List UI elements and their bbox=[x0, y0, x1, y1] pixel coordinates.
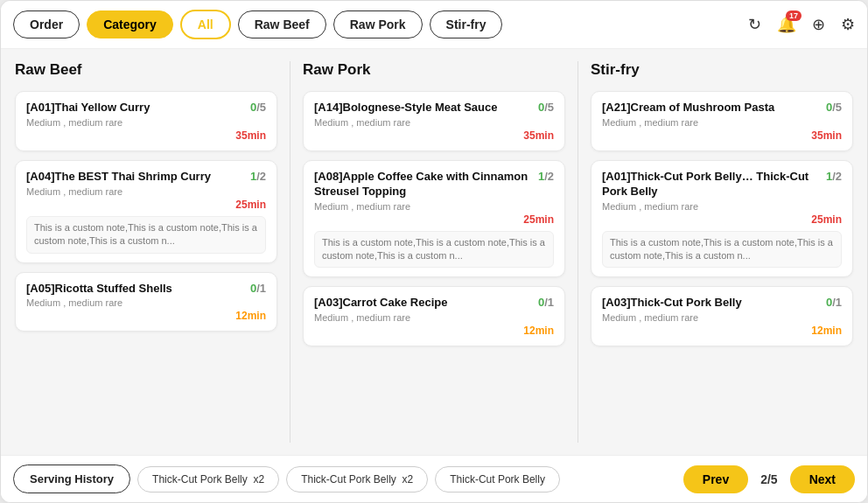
refresh-button[interactable]: ↻ bbox=[748, 15, 761, 34]
app-container: Order Category All Raw Beef Raw Pork Sti… bbox=[0, 0, 868, 503]
card-a14-rawpork: [A14]Bolognese-Style Meat Sauce 0/5 Medi… bbox=[303, 91, 565, 151]
footer-bar: Serving History Thick-Cut Pork Belly x2 … bbox=[1, 455, 867, 502]
main-content: Raw Beef [A01]Thai Yellow Curry 0/5 Medi… bbox=[1, 49, 867, 455]
card-a04-count: 1/2 bbox=[250, 170, 266, 183]
card-a05-time: 12min bbox=[26, 310, 266, 322]
card-a01sf-name: [A01]Thick-Cut Pork Belly… Thick-Cut Por… bbox=[602, 170, 819, 199]
card-a01sf-top: [A01]Thick-Cut Pork Belly… Thick-Cut Por… bbox=[602, 170, 842, 199]
card-a14-name: [A14]Bolognese-Style Meat Sauce bbox=[314, 101, 531, 115]
nav-icons: ↻ 🔔 17 ⊕ ⚙ bbox=[748, 15, 855, 34]
card-a04-rawbeef: [A04]The BEST Thai Shrimp Curry 1/2 Medi… bbox=[15, 160, 277, 263]
card-a01sf-note: This is a custom note,This is a custom n… bbox=[602, 231, 842, 269]
card-a04-sub: Medium , medium rare bbox=[26, 186, 266, 197]
card-a08-count: 1/2 bbox=[538, 170, 554, 183]
divider-2 bbox=[578, 61, 578, 443]
card-a03-name: [A03]Carrot Cake Recipe bbox=[314, 296, 531, 311]
col-stirfry-title: Stir-fry bbox=[591, 61, 853, 79]
card-a14-top: [A14]Bolognese-Style Meat Sauce 0/5 bbox=[314, 101, 554, 115]
card-a14-time: 35min bbox=[314, 129, 554, 142]
card-a01sf-count: 1/2 bbox=[826, 170, 842, 183]
order-button[interactable]: Order bbox=[13, 10, 80, 38]
card-a04-time: 25min bbox=[26, 199, 266, 211]
card-a21-name: [A21]Cream of Mushroom Pasta bbox=[602, 101, 819, 115]
refresh-icon: ↻ bbox=[748, 15, 761, 34]
card-a03-count: 0/1 bbox=[538, 296, 554, 309]
card-a04-name: [A04]The BEST Thai Shrimp Curry bbox=[26, 170, 243, 185]
card-a05-rawbeef: [A05]Ricotta Stuffed Shells 0/1 Medium ,… bbox=[15, 272, 277, 332]
settings-icon: ⚙ bbox=[841, 15, 855, 34]
card-a01-name: [A01]Thai Yellow Curry bbox=[26, 101, 243, 115]
card-a08-top: [A08]Apple Coffee Cake with Cinnamon Str… bbox=[314, 170, 554, 199]
card-a05-sub: Medium , medium rare bbox=[26, 297, 266, 308]
col-stirfry: Stir-fry [A21]Cream of Mushroom Pasta 0/… bbox=[582, 61, 853, 443]
card-a03sf-top: [A03]Thick-Cut Pork Belly 0/1 bbox=[602, 296, 842, 311]
card-a01-top: [A01]Thai Yellow Curry 0/5 bbox=[26, 101, 266, 115]
card-a01-stirfry: [A01]Thick-Cut Pork Belly… Thick-Cut Por… bbox=[591, 160, 853, 278]
card-a01-time: 35min bbox=[26, 129, 266, 142]
card-a08-note: This is a custom note,This is a custom n… bbox=[314, 231, 554, 269]
card-a03-rawpork: [A03]Carrot Cake Recipe 0/1 Medium , med… bbox=[303, 286, 565, 346]
page-indicator: 2/5 bbox=[755, 472, 782, 486]
card-a21-sub: Medium , medium rare bbox=[602, 117, 842, 128]
card-a01sf-sub: Medium , medium rare bbox=[602, 201, 842, 212]
col-rawpork-title: Raw Pork bbox=[303, 61, 565, 79]
notification-button[interactable]: 🔔 17 bbox=[777, 15, 796, 34]
card-a03-stirfry: [A03]Thick-Cut Pork Belly 0/1 Medium , m… bbox=[591, 286, 853, 346]
card-a04-top: [A04]The BEST Thai Shrimp Curry 1/2 bbox=[26, 170, 266, 185]
card-a03-time: 12min bbox=[314, 325, 554, 337]
card-a04-note: This is a custom note,This is a custom n… bbox=[26, 216, 266, 254]
card-a08-name: [A08]Apple Coffee Cake with Cinnamon Str… bbox=[314, 170, 531, 199]
footer-item3-name: Thick-Cut Pork Belly bbox=[450, 473, 545, 486]
col-rawbeef-title: Raw Beef bbox=[15, 61, 277, 79]
card-a01-count: 0/5 bbox=[250, 101, 266, 114]
card-a14-sub: Medium , medium rare bbox=[314, 117, 554, 128]
footer-item1: Thick-Cut Pork Belly x2 bbox=[137, 466, 279, 493]
card-a03-top: [A03]Carrot Cake Recipe 0/1 bbox=[314, 296, 554, 311]
next-button[interactable]: Next bbox=[790, 465, 855, 493]
card-a05-top: [A05]Ricotta Stuffed Shells 0/1 bbox=[26, 282, 266, 297]
rawbeef-button[interactable]: Raw Beef bbox=[238, 10, 326, 38]
col-rawpork: Raw Pork [A14]Bolognese-Style Meat Sauce… bbox=[294, 61, 574, 443]
card-a21-top: [A21]Cream of Mushroom Pasta 0/5 bbox=[602, 101, 842, 115]
footer-item1-name: Thick-Cut Pork Belly bbox=[152, 473, 248, 486]
divider-1 bbox=[290, 61, 290, 443]
col-rawbeef: Raw Beef [A01]Thai Yellow Curry 0/5 Medi… bbox=[15, 61, 286, 443]
footer-item2-name: Thick-Cut Pork Belly bbox=[301, 473, 396, 486]
card-a05-name: [A05]Ricotta Stuffed Shells bbox=[26, 282, 243, 297]
serving-history-button[interactable]: Serving History bbox=[13, 465, 130, 493]
stirfry-button[interactable]: Stir-fry bbox=[430, 10, 503, 38]
card-a03sf-count: 0/1 bbox=[826, 296, 842, 309]
footer-item2-qty: x2 bbox=[402, 473, 414, 486]
nav-bar: Order Category All Raw Beef Raw Pork Sti… bbox=[1, 1, 867, 49]
notification-badge: 17 bbox=[786, 10, 802, 21]
category-button[interactable]: Category bbox=[87, 10, 173, 38]
card-a03-sub: Medium , medium rare bbox=[314, 312, 554, 323]
footer-item3: Thick-Cut Pork Belly bbox=[435, 466, 560, 493]
card-a21-time: 35min bbox=[602, 129, 842, 142]
card-a01-rawbeef: [A01]Thai Yellow Curry 0/5 Medium , medi… bbox=[15, 91, 277, 151]
card-a08-time: 25min bbox=[314, 213, 554, 226]
card-a08-sub: Medium , medium rare bbox=[314, 201, 554, 212]
footer-item1-qty: x2 bbox=[253, 473, 264, 486]
globe-icon: ⊕ bbox=[812, 15, 825, 34]
card-a01sf-time: 25min bbox=[602, 213, 842, 226]
globe-button[interactable]: ⊕ bbox=[812, 15, 825, 34]
settings-button[interactable]: ⚙ bbox=[841, 15, 855, 34]
card-a05-count: 0/1 bbox=[250, 282, 266, 295]
prev-button[interactable]: Prev bbox=[683, 465, 748, 493]
card-a01-sub: Medium , medium rare bbox=[26, 117, 266, 128]
card-a03sf-name: [A03]Thick-Cut Pork Belly bbox=[602, 296, 819, 311]
card-a21-count: 0/5 bbox=[826, 101, 842, 114]
card-a21-stirfry: [A21]Cream of Mushroom Pasta 0/5 Medium … bbox=[591, 91, 853, 151]
card-a08-rawpork: [A08]Apple Coffee Cake with Cinnamon Str… bbox=[303, 160, 565, 278]
card-a14-count: 0/5 bbox=[538, 101, 554, 114]
all-button[interactable]: All bbox=[180, 10, 231, 39]
rawpork-button[interactable]: Raw Pork bbox=[333, 10, 423, 38]
card-a03sf-time: 12min bbox=[602, 325, 842, 337]
card-a03sf-sub: Medium , medium rare bbox=[602, 312, 842, 323]
footer-item2: Thick-Cut Pork Belly x2 bbox=[286, 466, 428, 493]
